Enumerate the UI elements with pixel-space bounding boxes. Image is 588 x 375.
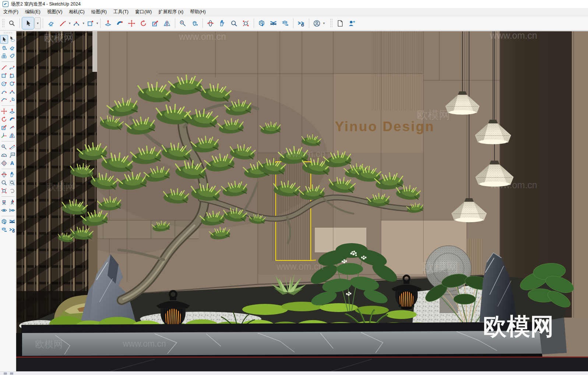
freehand-button[interactable] — [8, 63, 16, 71]
protractor-button[interactable] — [0, 151, 8, 159]
scale-icon — [1, 124, 7, 131]
pan-button[interactable] — [216, 17, 228, 29]
rotate-button[interactable] — [138, 17, 149, 29]
chevron-down-icon[interactable]: ▾ — [323, 21, 325, 25]
zoom-extents-button[interactable] — [240, 17, 252, 29]
pan-button[interactable] — [8, 171, 16, 179]
3d-warehouse-button[interactable] — [256, 17, 268, 29]
follow-me-button[interactable] — [8, 115, 16, 123]
line-button[interactable] — [0, 63, 8, 71]
zoom-window-button[interactable] — [8, 179, 16, 187]
components-button[interactable] — [0, 52, 8, 60]
orbit-button[interactable] — [205, 17, 216, 29]
move-button[interactable] — [126, 17, 138, 29]
zoom-extents-button[interactable] — [0, 187, 8, 195]
three-point-arc-icon — [1, 97, 7, 103]
offset-button[interactable] — [8, 123, 16, 132]
chevron-down-icon[interactable]: ▾ — [69, 21, 71, 25]
menu-edit[interactable]: 编辑(E) — [22, 8, 44, 16]
select-dropdown[interactable]: ▾ — [35, 17, 41, 29]
scale-button[interactable] — [0, 123, 8, 132]
tape-measure-button[interactable] — [0, 143, 8, 151]
rectangle-button[interactable] — [0, 71, 8, 80]
select-button[interactable] — [22, 17, 34, 29]
share-model-icon — [1, 227, 7, 233]
arc-button[interactable] — [0, 88, 8, 96]
pie-button[interactable] — [8, 96, 16, 104]
scale-button[interactable] — [149, 17, 161, 29]
follow-me-button[interactable] — [114, 17, 126, 29]
orbit-button[interactable] — [0, 171, 8, 179]
menu-tools[interactable]: 工具(T) — [110, 8, 132, 16]
two-point-arc-button[interactable] — [8, 88, 16, 96]
menu-help[interactable]: 帮助(H) — [187, 8, 209, 16]
menu-window[interactable]: 窗口(W) — [132, 8, 155, 16]
push-pull-icon — [104, 20, 112, 27]
account-button[interactable] — [311, 17, 323, 29]
tape-measure-button[interactable] — [177, 17, 189, 29]
flip-button[interactable] — [8, 132, 16, 140]
viewport-3d[interactable]: Yinuo Design — [16, 31, 588, 371]
status-icon-2[interactable] — [10, 372, 13, 375]
flip-button[interactable] — [161, 17, 173, 29]
position-camera-button[interactable] — [0, 198, 8, 206]
line-button[interactable] — [57, 17, 68, 29]
svg-text:www.om.cn: www.om.cn — [276, 261, 324, 271]
rotate-icon — [140, 20, 147, 27]
field-of-view-button[interactable] — [8, 206, 16, 214]
three-point-arc-button[interactable] — [0, 96, 8, 104]
chevron-down-icon[interactable]: ▾ — [96, 21, 98, 25]
zoom-button[interactable] — [228, 17, 240, 29]
polygon-button[interactable] — [8, 80, 16, 88]
eye-icon — [1, 207, 7, 214]
lasso-select-button[interactable] — [9, 35, 16, 43]
look-around-button[interactable] — [0, 206, 8, 214]
toolbar-grip[interactable] — [2, 18, 5, 28]
extension-warehouse-button[interactable] — [268, 17, 279, 29]
circle-button[interactable] — [0, 80, 8, 88]
protractor-icon — [1, 152, 7, 158]
zoom-button[interactable] — [0, 179, 8, 187]
toolbar-grip[interactable] — [330, 18, 333, 28]
previous-view-button[interactable] — [8, 187, 16, 195]
paint-bucket-button[interactable] — [0, 44, 8, 52]
move-button[interactable] — [0, 107, 8, 115]
select-button[interactable] — [0, 35, 8, 44]
new-document-button[interactable] — [334, 17, 346, 29]
3d-warehouse-button[interactable] — [0, 218, 8, 226]
search-button[interactable] — [6, 17, 18, 29]
eraser-button[interactable] — [45, 17, 57, 29]
eraser-button[interactable] — [8, 44, 16, 52]
3d-text-button[interactable] — [8, 159, 16, 167]
arc-button[interactable] — [71, 17, 82, 29]
menu-file[interactable]: 文件(F) — [0, 8, 22, 16]
add-person-icon — [348, 20, 356, 27]
menu-view[interactable]: 视图(V) — [44, 8, 66, 16]
status-icon-1[interactable] — [4, 372, 7, 375]
rectangle-button[interactable] — [84, 17, 96, 29]
share-model-button[interactable] — [0, 226, 8, 234]
menu-draw[interactable]: 绘图(R) — [88, 8, 110, 16]
push-pull-button[interactable] — [102, 17, 114, 29]
dimension-button[interactable] — [8, 143, 16, 151]
title-bar[interactable]: 场景2 室内造景4 - SketchUp 2024 — [0, 0, 588, 8]
menu-camera[interactable]: 相机(C) — [66, 8, 88, 16]
toolbar-grip[interactable] — [3, 32, 13, 34]
paint-bucket-button[interactable] — [189, 17, 201, 29]
menu-extensions[interactable]: 扩展程序 (x) — [155, 8, 187, 16]
text-button[interactable] — [8, 151, 16, 159]
axes-button[interactable] — [0, 132, 8, 140]
share-model-button[interactable] — [279, 17, 291, 29]
compass-button[interactable] — [0, 159, 8, 167]
add-collaborator-button[interactable] — [346, 17, 358, 29]
walk-button[interactable] — [8, 198, 16, 206]
svg-text:www.om.cn: www.om.cn — [122, 339, 166, 348]
push-pull-button[interactable] — [8, 107, 16, 115]
rotated-rectangle-button[interactable] — [8, 71, 16, 80]
extension-manager-button[interactable] — [295, 17, 307, 29]
extension-manager-button[interactable] — [8, 226, 16, 234]
move-icon — [1, 108, 7, 115]
tag-button[interactable] — [8, 52, 16, 60]
extension-warehouse-button[interactable] — [8, 218, 16, 226]
rotate-button[interactable] — [0, 115, 8, 123]
